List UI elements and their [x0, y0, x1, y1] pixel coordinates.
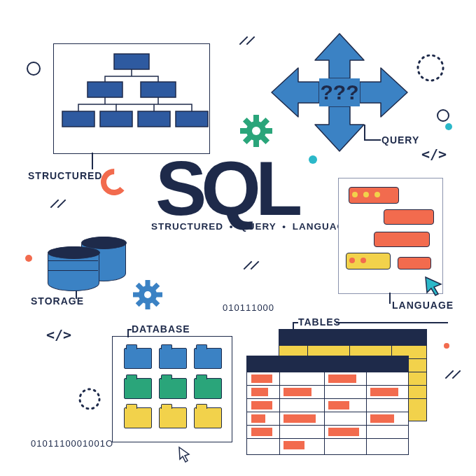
svg-rect-2	[141, 82, 176, 97]
svg-rect-15	[253, 115, 259, 122]
gear-icon	[239, 113, 274, 148]
lead-query-v	[364, 125, 365, 140]
lead-tables-v	[293, 322, 294, 330]
lead-tables-r	[336, 322, 448, 323]
lead-storage	[76, 290, 77, 299]
svg-rect-6	[176, 111, 208, 127]
svg-point-7	[99, 167, 129, 197]
dotted-circle-decor	[76, 385, 104, 413]
folder-icon	[194, 348, 222, 369]
folder-icon	[159, 378, 187, 399]
label-structured: STRUCTURED	[28, 170, 102, 181]
svg-rect-3	[62, 111, 94, 127]
svg-rect-1	[88, 82, 122, 97]
svg-marker-10	[272, 68, 319, 117]
bubble-1	[349, 187, 399, 204]
folder-icon	[194, 378, 222, 399]
query-marks: ???	[321, 80, 359, 104]
svg-rect-4	[100, 111, 132, 127]
svg-rect-26	[146, 303, 150, 309]
svg-marker-36	[179, 447, 189, 462]
dot-decor	[25, 255, 32, 262]
tree-diagram	[54, 44, 209, 153]
dotted-circle-decor	[413, 50, 448, 85]
code-glyph: </>	[46, 326, 71, 343]
folder-icon	[124, 378, 152, 399]
svg-point-23	[252, 127, 260, 135]
code-glyph: </>	[421, 146, 447, 162]
svg-point-35	[80, 389, 99, 409]
svg-rect-28	[156, 293, 162, 298]
dot-accent	[309, 155, 317, 164]
folder-icon	[124, 348, 152, 369]
lead-tables-h	[293, 322, 298, 323]
folder-icon	[124, 407, 152, 428]
table-front	[246, 356, 409, 455]
lead-database-h	[127, 329, 132, 330]
binary-text: 0101110001001O	[31, 438, 113, 449]
slash-decor	[444, 374, 465, 386]
folder-icon	[194, 407, 222, 428]
slash-decor	[238, 40, 259, 52]
dot-decor	[444, 343, 449, 349]
svg-rect-17	[240, 128, 247, 134]
bubble-3	[374, 232, 430, 247]
folder-icon	[159, 348, 187, 369]
svg-rect-25	[146, 280, 150, 286]
svg-rect-27	[133, 293, 139, 298]
cursor-icon	[423, 274, 445, 297]
lead-query-h	[364, 139, 381, 141]
slash-decor	[242, 265, 263, 277]
svg-marker-11	[360, 68, 407, 117]
label-query: QUERY	[382, 134, 419, 146]
circle-decor	[437, 109, 449, 122]
binary-text: 010111000	[223, 302, 274, 313]
svg-rect-18	[265, 128, 272, 134]
svg-point-33	[144, 291, 151, 298]
bubble-5	[398, 257, 431, 270]
svg-marker-9	[315, 106, 364, 151]
gear-icon	[132, 279, 164, 311]
bubble-4	[346, 253, 391, 270]
arc-decor	[97, 165, 131, 199]
panel-database	[112, 336, 232, 442]
label-tables: TABLES	[298, 316, 341, 328]
storage-group	[48, 234, 132, 290]
label-language: LANGUAGE	[392, 300, 454, 311]
subtitle: STRUCTURED • QUERY • LANGUAGE	[151, 221, 352, 232]
bubble-2	[384, 209, 434, 225]
svg-rect-0	[114, 54, 149, 69]
dot-decor	[445, 123, 452, 130]
lead-structured-line	[92, 153, 93, 169]
folder-icon	[159, 407, 187, 428]
svg-marker-8	[315, 34, 364, 78]
svg-marker-13	[426, 277, 441, 295]
lead-database-v	[127, 329, 129, 337]
slash-decor	[49, 203, 70, 216]
lead-language	[389, 293, 391, 304]
cursor-outline-icon	[176, 445, 192, 463]
svg-rect-16	[253, 140, 259, 147]
circle-decor	[27, 62, 41, 76]
panel-structured	[53, 43, 210, 154]
svg-point-34	[418, 55, 443, 80]
title-sql: SQL	[155, 144, 297, 232]
label-database: DATABASE	[132, 323, 190, 335]
svg-rect-5	[138, 111, 170, 127]
